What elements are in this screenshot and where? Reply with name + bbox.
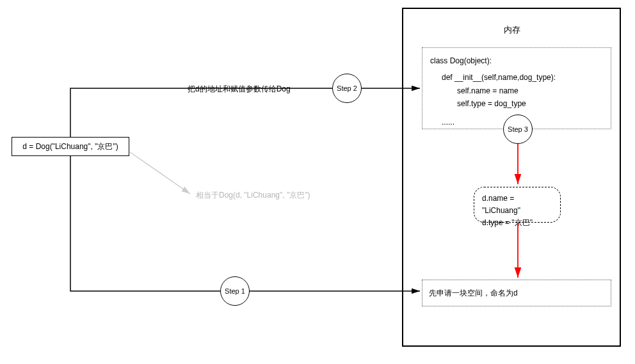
- code-line: def __init__(self,name,dog_type):: [430, 71, 603, 84]
- memory-title: 内存: [499, 24, 525, 36]
- code-line: self.type = dog_type: [430, 97, 603, 110]
- assign-line: d.type = "京巴": [482, 217, 552, 229]
- step-2-circle: Step 2: [332, 74, 362, 103]
- step-1-circle: Step 1: [220, 276, 250, 306]
- alloc-space-box: 先申请一块空间，命名为d: [422, 280, 611, 306]
- instance-assignment-box: d.name = "LiChuang" d.type = "京巴": [474, 187, 561, 223]
- edge-label-to-dog: 把d的地址和赋值参数传给Dog: [186, 84, 293, 95]
- code-line: class Dog(object):: [430, 54, 603, 67]
- edge-label-equivalent: 相当于Dog(d, "LiChuang", "京巴"): [194, 190, 312, 201]
- arrow-d-to-step2: [70, 88, 332, 137]
- arrow-d-to-step1: [70, 156, 220, 291]
- code-box-d-assignment: d = Dog("LiChuang", "京巴"): [12, 137, 129, 156]
- assign-line: d.name = "LiChuang": [482, 193, 552, 217]
- code-text: d = Dog("LiChuang", "京巴"): [22, 141, 118, 152]
- arrow-equivalent-faded: [129, 152, 190, 194]
- step-3-circle: Step 3: [503, 115, 533, 144]
- alloc-text: 先申请一块空间，命名为d: [429, 288, 518, 299]
- code-line: self.name = name: [430, 84, 603, 97]
